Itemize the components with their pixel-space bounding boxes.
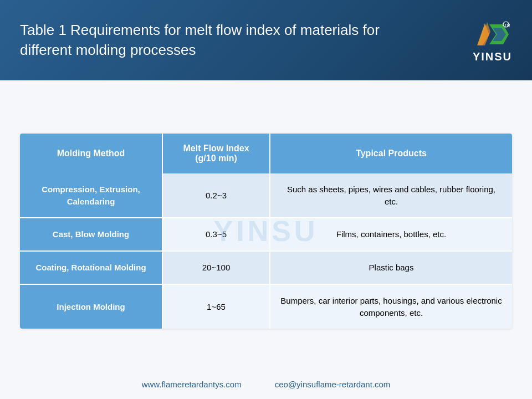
logo: TM YINSU xyxy=(473,18,512,63)
table-container: YINSU Molding Method Melt Flow Index (g/… xyxy=(20,134,512,329)
cell-mfi: 0.3~5 xyxy=(162,218,270,251)
cell-mfi: 1~65 xyxy=(162,284,270,329)
col-header-mfi: Melt Flow Index (g/10 min) xyxy=(162,134,270,173)
body: YINSU Molding Method Melt Flow Index (g/… xyxy=(0,80,532,371)
table-wrapper: Molding Method Melt Flow Index (g/10 min… xyxy=(20,134,512,329)
table-row: Cast, Blow Molding0.3~5Films, containers… xyxy=(20,218,512,251)
header: Table 1 Requirements for melt flow index… xyxy=(0,0,532,80)
svg-text:TM: TM xyxy=(505,23,510,27)
cell-method: Compression, Extrusion, Calendaring xyxy=(20,173,162,218)
page-title: Table 1 Requirements for melt flow index… xyxy=(20,21,397,59)
logo-icon: TM xyxy=(473,18,511,48)
cell-products: Such as sheets, pipes, wires and cables,… xyxy=(270,173,512,218)
cell-products: Plastic bags xyxy=(270,251,512,284)
table-row: Injection Molding1~65Bumpers, car interi… xyxy=(20,284,512,329)
table-row: Compression, Extrusion, Calendaring0.2~3… xyxy=(20,173,512,218)
footer: www.flameretardantys.com ceo@yinsuflame-… xyxy=(0,371,532,399)
page: Table 1 Requirements for melt flow index… xyxy=(0,0,532,399)
email-link[interactable]: ceo@yinsuflame-retardant.com xyxy=(275,380,391,389)
cell-mfi: 0.2~3 xyxy=(162,173,270,218)
cell-method: Cast, Blow Molding xyxy=(20,218,162,251)
main-table: Molding Method Melt Flow Index (g/10 min… xyxy=(20,134,512,329)
cell-method: Coating, Rotational Molding xyxy=(20,251,162,284)
table-header-row: Molding Method Melt Flow Index (g/10 min… xyxy=(20,134,512,173)
col-header-products: Typical Products xyxy=(270,134,512,173)
logo-text: YINSU xyxy=(473,50,512,63)
cell-method: Injection Molding xyxy=(20,284,162,329)
website-link[interactable]: www.flameretardantys.com xyxy=(142,380,242,389)
cell-mfi: 20~100 xyxy=(162,251,270,284)
cell-products: Films, containers, bottles, etc. xyxy=(270,218,512,251)
cell-products: Bumpers, car interior parts, housings, a… xyxy=(270,284,512,329)
table-row: Coating, Rotational Molding20~100Plastic… xyxy=(20,251,512,284)
col-header-method: Molding Method xyxy=(20,134,162,173)
